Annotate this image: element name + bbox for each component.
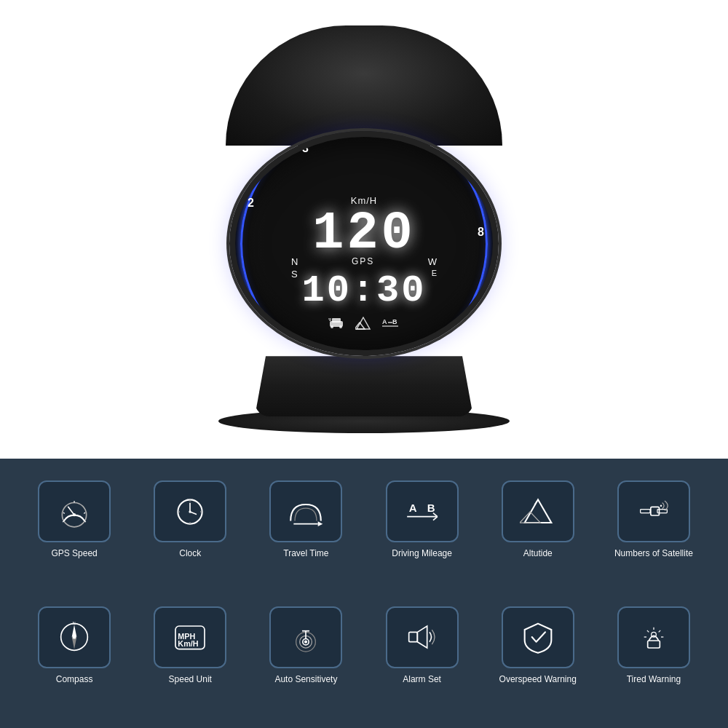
driving-mileage-icon-box: A B [386,480,459,542]
svg-point-3 [339,325,342,328]
mountain-feature-icon [520,494,556,530]
svg-point-14 [73,513,76,516]
clock-icon-box [154,480,226,542]
ab-icon: A B [382,317,400,328]
svg-point-23 [189,510,191,513]
device-stand [255,356,473,416]
svg-rect-1 [332,318,341,323]
device-visor [226,25,502,146]
altitude-icon-box [502,480,574,542]
dial-4: 4 [427,135,433,148]
auto-sensitivity-icon-box [269,606,342,668]
svg-point-55 [304,641,307,644]
mountain-icon [355,317,371,330]
dial-2: 2 [248,197,254,210]
overspeed-icon-box [502,606,574,668]
svg-marker-35 [524,499,551,523]
speed-number: 120 [312,207,416,260]
driving-mileage-label: Driving Mileage [392,548,452,560]
feature-altitude: Altutide [486,473,590,588]
bottom-icon-row: A B [328,317,400,330]
tired-warning-label: Tired Warning [627,674,681,686]
svg-line-62 [647,630,649,633]
feature-satellite: Numbers of Satellite [601,473,706,588]
dial-3: 3 [302,142,309,155]
svg-text:B: B [392,318,397,325]
alarm-icon [404,619,440,655]
svg-text:B: B [427,502,435,514]
time-number: 10:30 [301,272,426,310]
svg-rect-56 [408,632,417,641]
features-section: GPS Speed Clock [0,459,728,728]
compass-w: W [428,256,437,267]
speed-unit-label: Speed Unit [169,674,212,686]
speedometer-icon [56,494,92,530]
compass-row: N GPS W [291,256,437,267]
shield-icon [520,619,556,655]
feature-auto-sensitivity: Auto Sensitivety [253,599,358,714]
time-display: 10:30 [301,272,426,310]
compass-s: S [291,269,298,280]
features-grid: GPS Speed Clock [22,473,706,713]
clock-label: Clock [179,548,201,560]
svg-rect-39 [641,509,650,513]
svg-line-61 [659,630,661,633]
speed-display: Km/H 120 [312,195,416,260]
device-section: 0 1 2 3 4 6 8 10 Km/H 120 N GPS W [0,0,728,459]
svg-point-2 [331,325,333,328]
alarm-set-label: Alarm Set [403,674,441,686]
feature-driving-mileage: A B Driving Mileage [370,473,475,588]
satellite-icon-box [617,480,690,542]
gps-speed-label: GPS Speed [51,548,97,560]
svg-text:N: N [73,621,76,625]
dial-8: 8 [478,226,484,239]
satellite-icon [636,494,672,530]
sensitivity-icon [288,619,324,655]
feature-clock: Clock [138,473,242,588]
gps-speed-icon-box [38,480,111,542]
compass-n: N [291,256,298,267]
feature-travel-time: Travel Time [253,473,358,588]
dial-10: 10 [460,336,473,349]
mileage-icon: A B [404,494,440,530]
travel-time-icon-box [269,480,342,542]
svg-rect-38 [651,507,660,515]
travel-time-icon [288,494,324,530]
dial-6: 6 [474,167,480,181]
auto-sensitivity-label: Auto Sensitivety [274,674,337,686]
overspeed-label: Overspeed Warning [499,674,577,686]
svg-marker-57 [417,626,427,648]
dial-1: 1 [250,307,256,320]
svg-text:Km/H: Km/H [178,639,199,648]
altitude-label: Altutide [523,548,553,560]
speed-unit-icon-box: MPH Km/H [154,606,226,668]
speed-unit-icon: MPH Km/H [172,619,208,655]
dial-0: 0 [258,336,265,349]
svg-rect-58 [648,641,660,648]
feature-compass: N Compass [22,599,127,714]
feature-overspeed-warning: Overspeed Warning [486,599,590,714]
device-display: 0 1 2 3 4 6 8 10 Km/H 120 N GPS W [229,131,499,356]
feature-alarm-set: Alarm Set [370,599,475,714]
svg-marker-29 [318,521,323,526]
svg-line-17 [63,512,65,513]
car-icon [328,317,344,328]
gps-label: GPS [352,256,374,267]
clock-icon [172,494,208,530]
device-wrapper: 0 1 2 3 4 6 8 10 Km/H 120 N GPS W [211,25,517,433]
compass-label: Compass [56,674,93,686]
compass-feature-icon: N [56,619,92,655]
compass-icon-box: N [38,606,111,668]
svg-point-45 [73,636,76,639]
svg-text:A: A [408,502,416,514]
tired-icon [636,619,672,655]
tired-warning-icon-box [617,606,690,668]
svg-point-41 [660,505,662,507]
svg-text:A: A [382,318,387,325]
svg-line-19 [84,512,85,513]
compass-e: E [432,269,437,280]
feature-gps-speed: GPS Speed [22,473,127,588]
travel-time-label: Travel Time [283,548,328,560]
alarm-set-icon-box [386,606,459,668]
feature-tired-warning: Tired Warning [601,599,706,714]
